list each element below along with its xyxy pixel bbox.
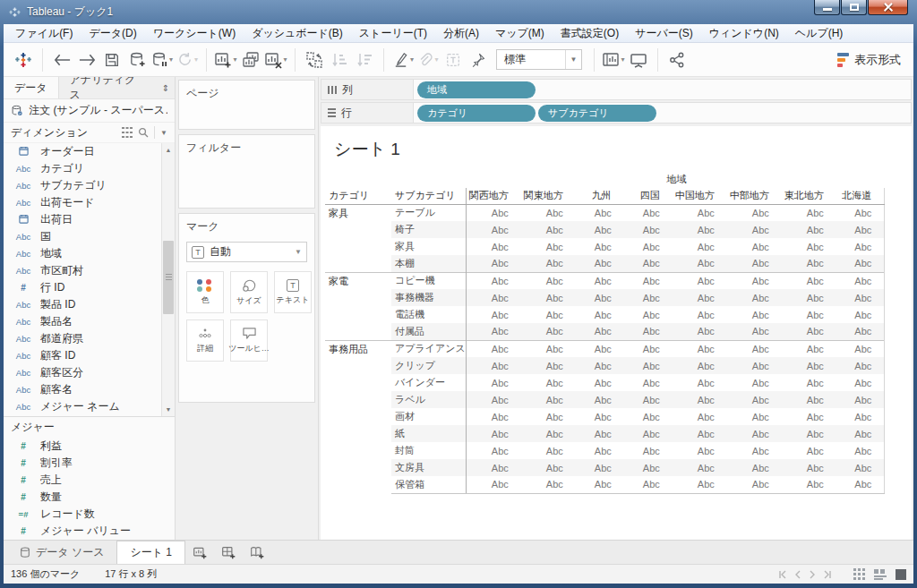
data-cell[interactable]: Abc (782, 323, 836, 340)
refresh-button[interactable]: ▾ (176, 47, 199, 72)
dimension-field[interactable]: Abcメジャー ネーム (4, 398, 175, 415)
data-cell[interactable]: Abc (466, 255, 521, 272)
menu-item-3[interactable]: ダッシュボード(B) (244, 24, 351, 42)
data-cell[interactable]: Abc (836, 340, 885, 357)
measure-field[interactable]: #利益 (4, 438, 175, 455)
data-cell[interactable]: Abc (727, 357, 782, 374)
subcategory-cell[interactable]: 電話機 (391, 306, 466, 323)
data-cell[interactable]: Abc (624, 204, 673, 221)
datasource-item[interactable]: 注文 (サンプル - スーパース… (4, 99, 175, 123)
data-cell[interactable]: Abc (521, 204, 576, 221)
data-cell[interactable]: Abc (836, 306, 885, 323)
column-header[interactable]: 九州 (576, 188, 624, 204)
swap-rows-columns-button[interactable] (303, 47, 326, 72)
row-dimension-header[interactable]: カテゴリ (325, 188, 391, 204)
data-cell[interactable]: Abc (521, 425, 576, 442)
show-me-button[interactable]: 表示形式 (837, 52, 906, 68)
menu-item-1[interactable]: データ(D) (81, 24, 144, 42)
data-cell[interactable]: Abc (836, 391, 885, 408)
data-cell[interactable]: Abc (727, 204, 782, 221)
data-cell[interactable]: Abc (727, 459, 782, 476)
subcategory-cell[interactable]: 事務機器 (391, 289, 466, 306)
column-header[interactable]: 中部地方 (727, 188, 782, 204)
presentation-mode-button[interactable] (627, 47, 650, 72)
menu-item-0[interactable]: ファイル(F) (7, 24, 81, 42)
data-cell[interactable]: Abc (521, 459, 576, 476)
sort-ascending-button[interactable] (328, 47, 351, 72)
data-cell[interactable]: Abc (836, 272, 885, 289)
new-worksheet-button[interactable]: ▾ (214, 47, 237, 72)
data-cell[interactable]: Abc (521, 238, 576, 255)
data-cell[interactable]: Abc (673, 255, 727, 272)
subcategory-cell[interactable]: アプライアンス (391, 340, 466, 357)
dimension-field[interactable]: Abc製品 ID (4, 296, 175, 313)
subcategory-cell[interactable]: 文房具 (391, 459, 466, 476)
data-cell[interactable]: Abc (673, 442, 727, 459)
data-cell[interactable]: Abc (624, 289, 673, 306)
dimension-field[interactable]: Abc出荷モード (4, 194, 175, 211)
data-cell[interactable]: Abc (466, 459, 521, 476)
data-cell[interactable]: Abc (521, 357, 576, 374)
data-cell[interactable]: Abc (727, 323, 782, 340)
column-header[interactable]: 関西地方 (466, 188, 521, 204)
menu-item-2[interactable]: ワークシート(W) (145, 24, 244, 42)
data-cell[interactable]: Abc (576, 221, 624, 238)
clear-sheet-button[interactable]: ▾ (264, 47, 287, 72)
data-cell[interactable]: Abc (782, 408, 836, 425)
text-button[interactable]: T テキスト (274, 271, 312, 313)
data-cell[interactable]: Abc (576, 306, 624, 323)
subcategory-cell[interactable]: 付属品 (391, 323, 466, 340)
data-cell[interactable]: Abc (836, 374, 885, 391)
data-cell[interactable]: Abc (673, 425, 727, 442)
data-cell[interactable]: Abc (521, 289, 576, 306)
tab-sheet1[interactable]: シート 1 (116, 541, 185, 564)
pane-collapse-icon[interactable]: ⇕ (157, 77, 175, 98)
data-cell[interactable]: Abc (521, 391, 576, 408)
dimension-field[interactable]: Abc都道府県 (4, 330, 175, 347)
data-cell[interactable]: Abc (624, 408, 673, 425)
data-cell[interactable]: Abc (836, 476, 885, 493)
data-cell[interactable]: Abc (576, 476, 624, 493)
data-cell[interactable]: Abc (521, 255, 576, 272)
data-cell[interactable]: Abc (782, 357, 836, 374)
data-cell[interactable]: Abc (673, 204, 727, 221)
menu-item-9[interactable]: ウィンドウ(N) (701, 24, 787, 42)
scroll-up-icon[interactable]: ▲ (162, 143, 175, 157)
data-cell[interactable]: Abc (836, 323, 885, 340)
data-cell[interactable]: Abc (836, 408, 885, 425)
scroll-thumb[interactable] (163, 241, 174, 314)
data-cell[interactable]: Abc (576, 357, 624, 374)
minimize-button[interactable] (814, 0, 840, 15)
list-view-icon[interactable] (874, 569, 887, 580)
data-cell[interactable]: Abc (466, 306, 521, 323)
data-cell[interactable]: Abc (727, 391, 782, 408)
subcategory-cell[interactable]: 封筒 (391, 442, 466, 459)
subcategory-cell[interactable]: 椅子 (391, 221, 466, 238)
rows-pill[interactable]: カテゴリ (417, 105, 536, 122)
dimension-field[interactable]: Abc製品名 (4, 313, 175, 330)
data-cell[interactable]: Abc (782, 289, 836, 306)
data-cell[interactable]: Abc (466, 221, 521, 238)
data-cell[interactable]: Abc (673, 238, 727, 255)
dimension-field[interactable]: Abc顧客名 (4, 381, 175, 398)
data-cell[interactable]: Abc (782, 204, 836, 221)
menu-item-4[interactable]: ストーリー(T) (351, 24, 435, 42)
data-cell[interactable]: Abc (673, 476, 727, 493)
data-cell[interactable]: Abc (673, 272, 727, 289)
show-hide-cards-button[interactable]: ▾ (602, 47, 625, 72)
data-cell[interactable]: Abc (782, 340, 836, 357)
data-cell[interactable]: Abc (576, 204, 624, 221)
data-cell[interactable]: Abc (673, 340, 727, 357)
data-cell[interactable]: Abc (836, 425, 885, 442)
data-cell[interactable]: Abc (624, 442, 673, 459)
mark-type-dropdown[interactable]: T 自動 ▼ (186, 242, 307, 262)
subcategory-cell[interactable]: 家具 (391, 238, 466, 255)
data-cell[interactable]: Abc (576, 442, 624, 459)
data-cell[interactable]: Abc (576, 425, 624, 442)
data-cell[interactable]: Abc (673, 221, 727, 238)
data-cell[interactable]: Abc (673, 391, 727, 408)
data-cell[interactable]: Abc (836, 255, 885, 272)
search-icon[interactable] (138, 127, 149, 138)
columns-shelf[interactable]: 列 地域 (321, 79, 912, 100)
data-cell[interactable]: Abc (466, 272, 521, 289)
